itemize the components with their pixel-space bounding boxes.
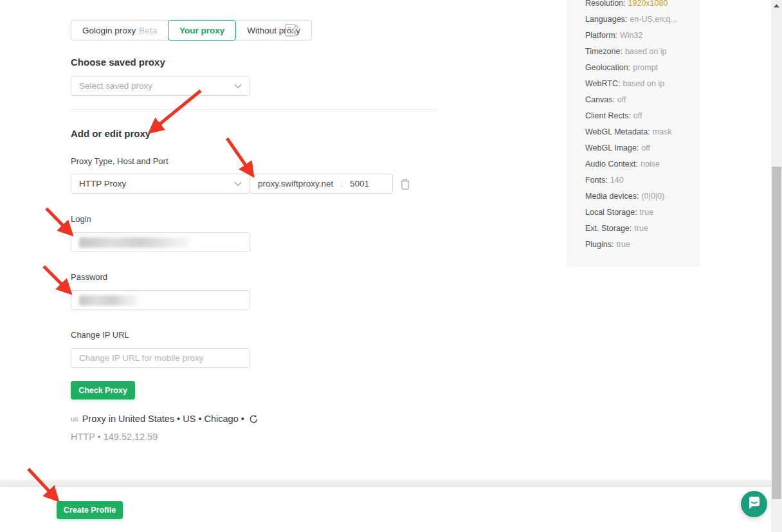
overview-value: prompt [633, 63, 658, 72]
proxy-host-port-input[interactable]: proxy.swiftproxy.net : 5001 [250, 174, 393, 194]
host-port-separator: : [340, 179, 343, 188]
tab-gologin-proxy[interactable]: Gologin proxy Beta [71, 20, 168, 41]
overview-value: true [634, 224, 648, 233]
scrollbar-thumb[interactable] [772, 167, 781, 499]
saved-proxy-select[interactable]: Select saved proxy [71, 76, 250, 96]
proxy-status-line: us Proxy in United States • US • Chicago… [71, 414, 259, 424]
section-divider [71, 109, 438, 110]
content-bottom-band [0, 480, 771, 487]
tab-your-proxy-label: Your proxy [179, 26, 224, 35]
overview-label: Ext. Storage: [585, 224, 632, 233]
overview-row: Languages:en-US,en;q... [585, 11, 677, 27]
overview-row: Geolocation:prompt [585, 59, 677, 75]
country-flag-text: us [71, 415, 78, 423]
overview-value: (0|0|0) [641, 192, 664, 201]
overview-label: Timezone: [585, 47, 623, 56]
overview-row: Audio Context:noise [585, 156, 677, 172]
overview-row: Platform:Win32 [585, 27, 677, 43]
change-ip-url-input[interactable] [71, 348, 250, 368]
overview-value: Win32 [620, 31, 642, 40]
tab-your-proxy[interactable]: Your proxy [168, 20, 236, 41]
overview-value: off [633, 111, 642, 120]
delete-proxy-button[interactable] [399, 177, 412, 194]
vertical-scrollbar[interactable] [771, 0, 782, 532]
overview-row: Ext. Storage:true [585, 220, 677, 236]
profile-overview-panel: Resolution:1920x1080Languages:en-US,en;q… [567, 0, 700, 267]
overview-row: WebGL Metadata:mask [585, 124, 677, 140]
add-edit-proxy-heading: Add or edit proxy [71, 128, 150, 139]
tab-without-proxy[interactable]: Without proxy [236, 20, 312, 41]
overview-label: WebGL Image: [585, 143, 639, 152]
overview-row: Client Rects:off [585, 107, 677, 124]
login-input[interactable] [71, 232, 250, 252]
overview-label: Platform: [585, 31, 617, 40]
proxy-location-text: Proxy in United States • US • Chicago • [82, 414, 244, 424]
chevron-down-icon [234, 179, 242, 188]
overview-value: based on ip [623, 79, 664, 88]
overview-label: Media devices: [585, 192, 639, 201]
chat-bubble-icon [748, 496, 761, 512]
overview-row: Local Storage:true [585, 204, 677, 220]
overview-label: Audio Context: [585, 160, 638, 169]
overview-row: Resolution:1920x1080 [585, 0, 677, 11]
chat-launcher-button[interactable] [741, 491, 767, 517]
overview-label: WebGL Metadata: [585, 127, 650, 136]
overview-value: 140 [610, 176, 624, 185]
password-input[interactable] [71, 290, 250, 310]
overview-value: 1920x1080 [628, 0, 668, 8]
create-profile-button[interactable]: Create Profile [57, 501, 123, 519]
overview-row: Canvas:off [585, 91, 677, 107]
overview-label: Languages: [585, 15, 627, 24]
overview-value: off [641, 143, 650, 152]
check-proxy-button[interactable]: Check Proxy [71, 381, 135, 399]
overview-label: Client Rects: [585, 111, 631, 120]
overview-label: Geolocation: [585, 63, 630, 72]
proxy-host-value: proxy.swiftproxy.net [258, 179, 333, 188]
overview-label: Canvas: [585, 95, 615, 104]
proxy-notes-icon[interactable] [284, 22, 300, 39]
proxy-type-value: HTTP Proxy [79, 179, 126, 188]
overview-value: mask [653, 127, 672, 136]
overview-row: Fonts:140 [585, 172, 677, 188]
overview-value: off [617, 95, 626, 104]
proxy-tab-bar: Gologin proxy Beta Your proxy Without pr… [71, 20, 312, 41]
overview-value: noise [641, 160, 660, 169]
proxy-port-value: 5001 [350, 179, 369, 188]
overview-value: en-US,en;q... [630, 15, 677, 24]
saved-proxy-select-placeholder: Select saved proxy [79, 81, 152, 91]
overview-value: true [640, 208, 654, 217]
proxy-type-select[interactable]: HTTP Proxy [71, 174, 250, 194]
redacted-login-value [78, 237, 190, 248]
overview-row: WebGL Image:off [585, 140, 677, 156]
overview-row: Timezone:based on ip [585, 43, 677, 59]
overview-row: WebRTC:based on ip [585, 75, 677, 91]
overview-label: Plugins: [585, 240, 614, 249]
redacted-password-value [78, 295, 138, 306]
proxy-protocol-ip-text: HTTP • 149.52.12.59 [71, 432, 158, 442]
choose-saved-proxy-heading: Choose saved proxy [71, 57, 165, 68]
overview-list: Resolution:1920x1080Languages:en-US,en;q… [585, 0, 677, 252]
overview-row: Media devices:(0|0|0) [585, 188, 677, 204]
login-label: Login [71, 214, 91, 224]
overview-value: based on ip [625, 47, 667, 56]
tab-gologin-proxy-label: Gologin proxy [82, 26, 136, 35]
change-ip-url-label: Change IP URL [71, 330, 129, 340]
overview-label: WebRTC: [585, 79, 620, 88]
password-label: Password [71, 272, 107, 282]
proxy-type-label: Proxy Type, Host and Port [71, 156, 168, 166]
refresh-proxy-icon[interactable] [249, 414, 259, 424]
overview-row: Plugins:true [585, 236, 677, 252]
overview-label: Local Storage: [585, 208, 637, 217]
beta-badge: Beta [139, 26, 157, 35]
trash-icon [399, 182, 412, 193]
scrollbar-up-button[interactable] [771, 0, 782, 11]
overview-value: true [616, 240, 630, 249]
overview-label: Resolution: [585, 0, 626, 8]
chevron-down-icon [234, 81, 242, 91]
overview-label: Fonts: [585, 176, 608, 185]
